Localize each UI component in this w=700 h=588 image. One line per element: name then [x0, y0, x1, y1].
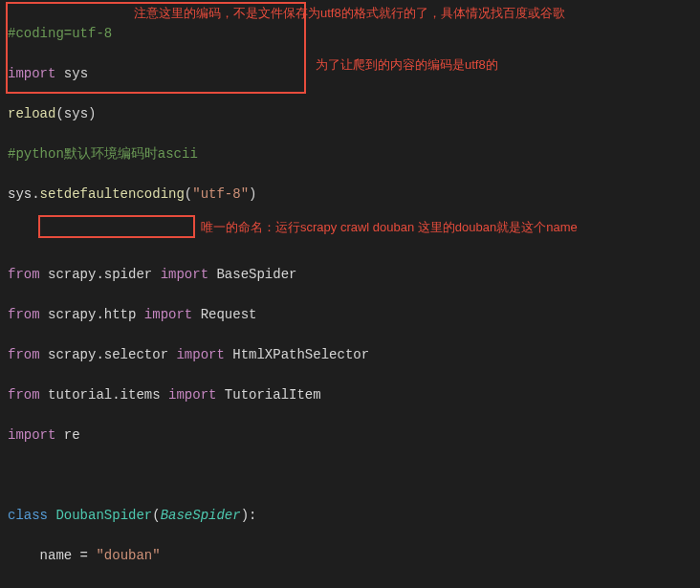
ident: TutorialItem [216, 387, 320, 403]
kw-import: import [168, 387, 216, 403]
class-name: DoubanSpider [48, 508, 152, 523]
kw-import: import [144, 307, 192, 322]
base-class: BaseSpider [161, 508, 241, 523]
func: reload [8, 106, 55, 121]
kw-from: from [8, 307, 40, 322]
args: (sys) [55, 106, 96, 121]
code-comment: #coding=utf-8 [8, 26, 112, 41]
kw-import: import [176, 347, 224, 362]
code-comment: #python默认环境编码时ascii [8, 146, 198, 162]
ident: sys [55, 66, 88, 81]
annotation-name-note: 唯一的命名：运行scrapy crawl douban 这里的douban就是这… [201, 218, 578, 237]
ident: sys. [8, 186, 40, 202]
paren: ): [241, 508, 257, 523]
module: scrapy.selector [40, 347, 177, 362]
kw-from: from [8, 347, 40, 362]
annotation-encoding-note: 注意这里的编码，不是文件保存为utf8的格式就行的了，具体情况找百度或谷歌 [134, 4, 565, 23]
paren: ( [185, 186, 192, 202]
string: "douban" [96, 548, 160, 563]
kw-from: from [8, 267, 40, 282]
module: scrapy.http [40, 307, 144, 322]
func: setdefaultencoding [40, 186, 185, 202]
ident: BaseSpider [208, 267, 296, 282]
code-editor: #coding=utf-8 import sys reload(sys) #py… [0, 0, 700, 588]
indent [8, 548, 40, 563]
paren: ) [249, 186, 256, 202]
kw-import: import [8, 66, 55, 81]
kw-import: import [161, 267, 208, 282]
ident: Request [192, 307, 256, 322]
annotation-utf8-note: 为了让爬到的内容的编码是utf8的 [316, 55, 498, 75]
string: "utf-8" [192, 186, 249, 202]
ident: HtmlXPathSelector [225, 347, 369, 362]
kw-class: class [8, 508, 48, 523]
assign: name = [40, 548, 97, 563]
module: tutorial.items [40, 387, 168, 403]
kw-import: import [8, 427, 55, 443]
paren: ( [152, 508, 160, 523]
ident: re [55, 427, 79, 443]
kw-from: from [8, 387, 40, 403]
module: scrapy.spider [40, 267, 161, 282]
